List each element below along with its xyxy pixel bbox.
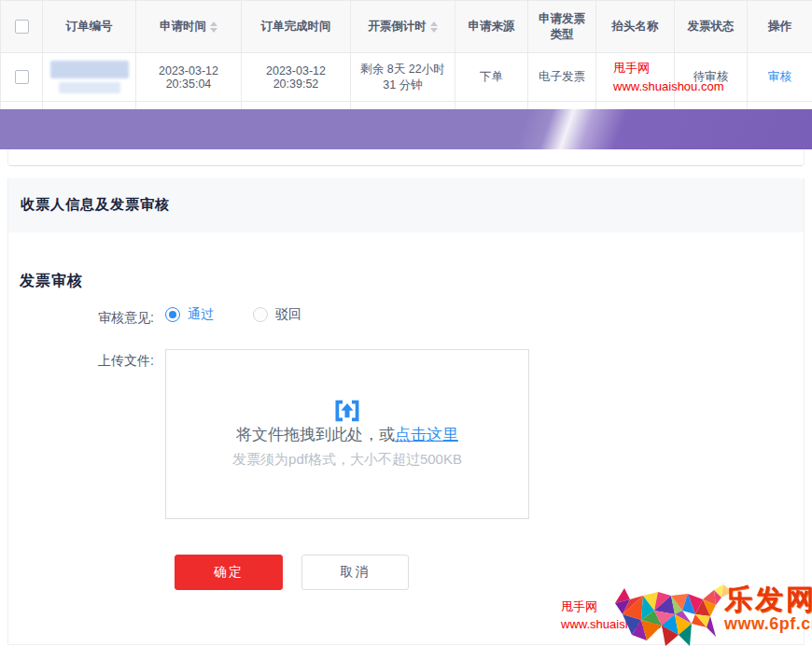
source-cell: 下单 <box>455 53 528 102</box>
countdown-cell: 剩余 8天 22小时 31 分钟 <box>351 53 455 102</box>
upload-label: 上传文件: <box>8 349 165 372</box>
invoice-review-page: 订单编号 申请时间 订单完成时间 开票倒计时 申请来源 申请发票类型 抬头名称 … <box>0 0 812 647</box>
order-number-redacted-2 <box>59 82 120 93</box>
col-label: 抬头名称 <box>612 20 659 33</box>
opinion-label: 审核意见: <box>8 306 165 329</box>
watermark-url-text: www.shuaishou.com <box>613 77 668 96</box>
lefa-url-text: www.6pf.cn <box>724 614 812 634</box>
upload-hint: 发票须为pdf格式，大小不超过500KB <box>232 451 462 469</box>
review-card: 收票人信息及发票审核 发票审核 审核意见: 通过 驳回 上传文件: <box>7 178 805 645</box>
status-cell: 待审核 <box>675 53 748 102</box>
form-heading: 发票审核 <box>20 272 804 291</box>
upload-row: 上传文件: 将文件拖拽到此处，或点击这里 发票须为pdf格式，大小不超过500K… <box>8 349 804 519</box>
col-order-number: 订单编号 <box>43 1 136 53</box>
col-label: 开票倒计时 <box>368 20 427 33</box>
col-label: 申请来源 <box>469 20 515 33</box>
upload-icon <box>333 397 361 429</box>
radio-reject-label: 驳回 <box>275 306 301 323</box>
invoice-type-cell: 电子发票 <box>528 53 596 102</box>
section-header: 收票人信息及发票审核 <box>8 178 804 232</box>
upload-dropzone[interactable]: 将文件拖拽到此处，或点击这里 发票须为pdf格式，大小不超过500KB <box>165 349 529 519</box>
upload-text: 将文件拖拽到此处，或 <box>236 426 395 443</box>
col-apply-time[interactable]: 申请时间 <box>136 1 242 53</box>
col-invoice-type: 申请发票类型 <box>528 1 596 53</box>
status-badge: 待审核 <box>693 70 729 83</box>
col-invoice-status: 发票状态 <box>675 1 748 53</box>
watermark-site-text: 甩手网 <box>613 59 668 77</box>
complete-time-cell: 2023-03-12 20:39:52 <box>242 53 351 102</box>
upload-click-here-link[interactable]: 点击这里 <box>395 426 458 443</box>
select-all-checkbox[interactable] <box>15 20 29 34</box>
col-label: 操作 <box>768 20 791 33</box>
radio-pass-label: 通过 <box>188 306 214 323</box>
row-checkbox[interactable] <box>15 70 29 84</box>
radio-reject[interactable]: 驳回 <box>253 306 301 323</box>
col-label: 发票状态 <box>688 20 735 33</box>
review-form: 发票审核 审核意见: 通过 驳回 上传文件: <box>8 232 804 590</box>
col-label: 申请发票类型 <box>539 12 585 41</box>
section-title: 收票人信息及发票审核 <box>21 196 170 214</box>
sort-icon[interactable] <box>430 21 438 33</box>
col-action: 操作 <box>748 1 812 53</box>
opinion-row: 审核意见: 通过 驳回 <box>8 306 804 329</box>
radio-unselected-icon[interactable] <box>253 307 268 322</box>
col-source: 申请来源 <box>455 1 528 53</box>
orders-table: 订单编号 申请时间 订单完成时间 开票倒计时 申请来源 申请发票类型 抬头名称 … <box>0 0 812 109</box>
radio-selected-icon[interactable] <box>165 307 180 322</box>
confirm-button[interactable]: 确定 <box>175 555 283 590</box>
table-header-row: 订单编号 申请时间 订单完成时间 开票倒计时 申请来源 申请发票类型 抬头名称 … <box>1 1 812 53</box>
order-number-cell <box>43 53 136 102</box>
lefa-title-text: 乐发网 <box>724 584 812 614</box>
cancel-button[interactable]: 取消 <box>301 555 409 590</box>
bull-logo <box>609 583 738 647</box>
action-cell: 审核 <box>748 53 812 102</box>
review-link[interactable]: 审核 <box>768 70 791 83</box>
col-label: 订单完成时间 <box>261 20 331 33</box>
card-bottom-strip <box>7 149 805 166</box>
col-complete-time: 订单完成时间 <box>242 1 351 53</box>
col-title-name: 抬头名称 <box>596 1 675 53</box>
apply-time-cell: 2023-03-12 20:35:04 <box>136 53 242 102</box>
lefa-logo: 乐发网 www.6pf.cn <box>724 584 812 634</box>
table-row-partial <box>1 102 812 109</box>
watermark-shuaishou: 甩手网 www.shuaishou.com <box>602 59 668 95</box>
table-row: 2023-03-12 20:35:04 2023-03-12 20:39:52 … <box>1 53 812 102</box>
title-name-cell: 甩手网 www.shuaishou.com <box>596 53 675 102</box>
col-label: 申请时间 <box>160 20 206 33</box>
col-label: 订单编号 <box>66 20 113 33</box>
opinion-radio-group: 通过 驳回 <box>165 306 301 323</box>
order-number-redacted <box>50 61 129 78</box>
col-countdown[interactable]: 开票倒计时 <box>351 1 455 53</box>
radio-pass[interactable]: 通过 <box>165 306 214 323</box>
row-checkbox-cell <box>1 53 43 102</box>
purple-banner <box>0 109 812 149</box>
header-checkbox-cell <box>1 1 43 53</box>
sort-icon[interactable] <box>210 21 217 33</box>
